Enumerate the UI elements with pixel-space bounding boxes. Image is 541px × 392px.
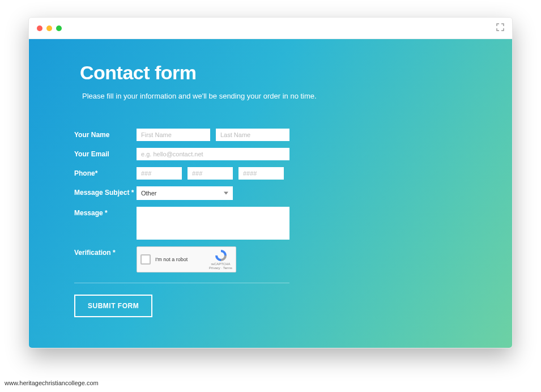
subject-select-wrap: Other: [137, 186, 233, 200]
recaptcha-checkbox[interactable]: [140, 254, 151, 265]
watermark-text: www.heritagechristiancollege.com: [5, 380, 99, 386]
recaptcha-icon: [214, 249, 228, 262]
page-subtitle: Please fill in your information and we'l…: [82, 92, 467, 100]
close-icon[interactable]: [37, 25, 42, 31]
row-email: Your Email: [74, 148, 467, 160]
phone-part1-input[interactable]: [137, 167, 182, 180]
window-controls: [37, 25, 62, 31]
row-name: Your Name: [74, 129, 467, 141]
divider: [74, 283, 289, 283]
label-phone: Phone*: [74, 167, 137, 177]
window-titlebar: [29, 18, 512, 39]
label-subject: Message Subject *: [74, 186, 137, 197]
label-name: Your Name: [74, 129, 137, 139]
recaptcha-legal: Privacy · Terms: [209, 266, 232, 270]
row-verification: Verification * I'm not a robot reCAPTCHA…: [74, 246, 467, 272]
label-verification: Verification *: [74, 246, 137, 257]
browser-window: Contact form Please fill in your informa…: [28, 17, 513, 348]
recaptcha-widget[interactable]: I'm not a robot reCAPTCHA Privacy · Term…: [137, 246, 236, 272]
page-title: Contact form: [80, 62, 467, 84]
label-email: Your Email: [74, 148, 137, 158]
phone-part2-input[interactable]: [188, 167, 233, 180]
expand-icon[interactable]: [496, 23, 504, 33]
last-name-input[interactable]: [216, 129, 289, 141]
phone-part3-input[interactable]: [238, 167, 284, 180]
first-name-input[interactable]: [137, 129, 210, 141]
row-message: Message *: [74, 207, 467, 240]
message-textarea[interactable]: [137, 207, 289, 240]
subject-select[interactable]: Other: [137, 186, 233, 200]
minimize-icon[interactable]: [46, 25, 52, 31]
maximize-icon[interactable]: [56, 25, 62, 31]
email-input[interactable]: [137, 148, 289, 160]
submit-button[interactable]: SUBMIT FORM: [74, 295, 152, 317]
recaptcha-badge: reCAPTCHA Privacy · Terms: [209, 249, 232, 270]
label-message: Message *: [74, 207, 137, 217]
row-subject: Message Subject * Other: [74, 186, 467, 200]
recaptcha-label: I'm not a robot: [155, 257, 205, 262]
form-panel: Contact form Please fill in your informa…: [29, 39, 512, 348]
recaptcha-brand: reCAPTCHA: [211, 262, 231, 266]
row-phone: Phone*: [74, 167, 467, 180]
